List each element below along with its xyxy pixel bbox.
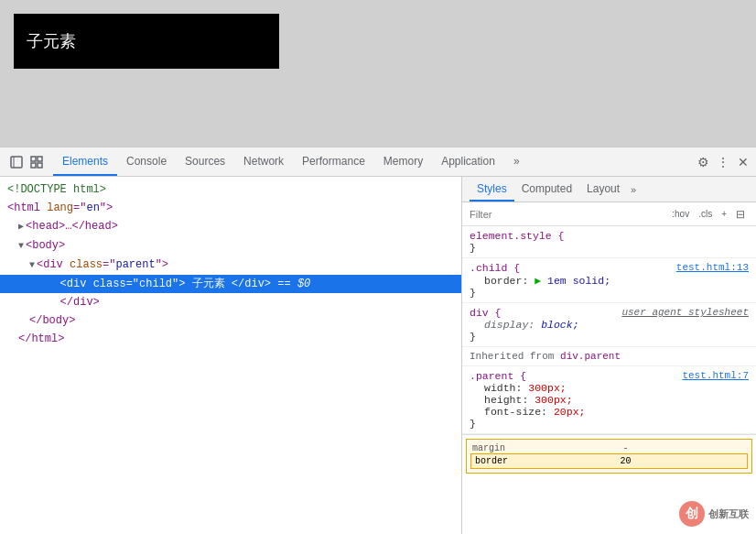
styles-more-chevron[interactable]: » (631, 184, 636, 195)
css-content: element.style { } .child { test.html:13 (462, 226, 756, 534)
devtools-panel: Elements Console Sources Network Perform… (0, 147, 756, 534)
svg-rect-0 (11, 157, 22, 168)
dom-line-parent[interactable]: ▼<div class="parent"> (0, 256, 461, 275)
css-rule-div: div { user agent stylesheet display: blo… (462, 303, 756, 347)
dom-line-div-close[interactable]: </div> (0, 293, 461, 311)
css-selector-child-line[interactable]: .child { test.html:13 (470, 262, 749, 274)
tab-performance[interactable]: Performance (293, 147, 374, 176)
add-rule-button[interactable]: + (718, 207, 730, 221)
css-rule-parent: .parent { test.html:7 width: 300px; heig… (462, 366, 756, 434)
styles-panel: Styles Computed Layout » :hov .cls + ⊟ (462, 177, 756, 534)
dom-line-child-selected[interactable]: <div class="child"> 子元素 </div> == $0 (0, 275, 461, 293)
page-wrapper: 子元素 (0, 0, 756, 534)
tab-network[interactable]: Network (234, 147, 293, 176)
css-closing-parent: } (470, 418, 749, 430)
devtools-tabs: Elements Console Sources Network Perform… (53, 147, 694, 176)
dom-panel: <!DOCTYPE html> <html lang="en"> ▶<head>… (0, 177, 462, 534)
box-outer: margin - border 20 (466, 439, 752, 474)
tab-memory[interactable]: Memory (374, 147, 432, 176)
toggle-button[interactable]: ⊟ (732, 206, 749, 223)
tab-sources[interactable]: Sources (176, 147, 234, 176)
devtools-main: <!DOCTYPE html> <html lang="en"> ▶<head>… (0, 177, 756, 534)
toolbar-icons (4, 153, 49, 171)
css-closing-child: } (470, 287, 749, 299)
tab-layout[interactable]: Layout (579, 177, 627, 202)
css-selector-div-line[interactable]: div { user agent stylesheet (470, 307, 749, 319)
svg-rect-5 (38, 163, 42, 168)
border-label: border (475, 456, 508, 466)
cursor-icon[interactable] (7, 153, 26, 171)
dom-line-body-close[interactable]: </body> (0, 311, 461, 330)
svg-rect-4 (31, 163, 36, 168)
css-prop-width[interactable]: width: 300px; (470, 382, 749, 394)
tab-application[interactable]: Application (432, 147, 504, 176)
tab-elements[interactable]: Elements (53, 147, 117, 176)
inspect-icon[interactable] (27, 153, 46, 171)
box-model-area: margin - border 20 (462, 434, 756, 477)
watermark-logo: 创 (679, 501, 705, 527)
tab-styles[interactable]: Styles (470, 177, 514, 202)
filter-input[interactable] (470, 209, 664, 220)
css-selector-element[interactable]: element.style { (470, 230, 749, 242)
svg-rect-2 (31, 157, 36, 161)
filter-bar: :hov .cls + ⊟ (462, 202, 756, 226)
child-box: 子元素 (14, 14, 279, 69)
tab-computed[interactable]: Computed (514, 177, 579, 202)
box-inner: border 20 (470, 453, 748, 469)
watermark: 创 创新互联 (679, 501, 749, 527)
ellipsis-icon[interactable]: ⋮ (714, 153, 732, 171)
devtools-right-icons: ⚙ ⋮ ✕ (694, 153, 752, 171)
css-rule-element-style: element.style { } (462, 226, 756, 258)
css-rule-child: .child { test.html:13 border: ▶ 1em soli… (462, 258, 756, 303)
devtools-toolbar: Elements Console Sources Network Perform… (0, 147, 756, 177)
hov-button[interactable]: :hov (668, 207, 693, 221)
gear-icon[interactable]: ⚙ (694, 153, 712, 171)
dom-line-html[interactable]: <html lang="en"> (0, 199, 461, 217)
inherited-label: Inherited from Inherited from div.parent… (462, 347, 756, 366)
svg-rect-3 (38, 157, 42, 161)
filter-buttons: :hov .cls + ⊟ (668, 206, 749, 223)
cls-button[interactable]: .cls (695, 207, 716, 221)
margin-label: margin (472, 443, 505, 453)
dom-line-html-close[interactable]: </html> (0, 330, 461, 348)
close-icon[interactable]: ✕ (734, 153, 752, 171)
tab-console[interactable]: Console (117, 147, 176, 176)
border-value: 20 (621, 456, 632, 466)
css-prop-fontsize[interactable]: font-size: 20px; (470, 406, 749, 418)
styles-tabs: Styles Computed Layout » (462, 177, 756, 202)
css-prop-height[interactable]: height: 300px; (470, 394, 749, 406)
child-box-text: 子元素 (27, 30, 76, 52)
watermark-text: 创新互联 (708, 507, 749, 521)
dom-line-doctype[interactable]: <!DOCTYPE html> (0, 180, 461, 199)
preview-area: 子元素 (0, 0, 756, 147)
tab-more[interactable]: » (504, 147, 529, 176)
dom-line-body[interactable]: ▼<body> (0, 236, 461, 256)
css-closing-element: } (470, 242, 749, 254)
margin-value: - (623, 443, 629, 453)
css-selector-parent-line[interactable]: .parent { test.html:7 (470, 370, 749, 382)
dom-line-head[interactable]: ▶<head>…</head> (0, 217, 461, 236)
css-prop-border[interactable]: border: ▶ 1em solid; (470, 274, 749, 287)
css-closing-div: } (470, 331, 749, 343)
css-prop-display[interactable]: display: block; (470, 319, 749, 331)
